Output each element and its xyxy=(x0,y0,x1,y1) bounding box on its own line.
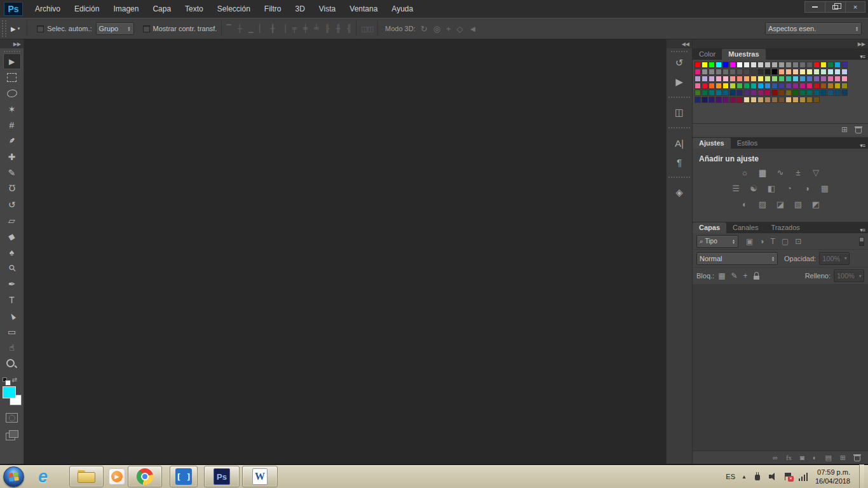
tab-trazados[interactable]: Trazados xyxy=(764,222,806,233)
3d-rotate-icon[interactable]: ↻ xyxy=(421,24,428,34)
swatch[interactable] xyxy=(715,69,722,75)
swatch[interactable] xyxy=(764,97,771,103)
swatch[interactable] xyxy=(695,90,701,96)
black-white-icon[interactable]: ◧ xyxy=(764,183,778,194)
swatch[interactable] xyxy=(750,83,757,89)
swatch[interactable] xyxy=(750,69,757,75)
swatch[interactable] xyxy=(757,97,764,103)
selective-color-icon[interactable]: ◩ xyxy=(809,199,823,210)
swatch[interactable] xyxy=(709,90,715,96)
swatch[interactable] xyxy=(799,83,806,89)
swatch[interactable] xyxy=(750,97,757,103)
3d-camera-icon[interactable]: ◄ xyxy=(469,24,477,34)
menu-item[interactable]: 3D xyxy=(288,4,311,13)
exposure-icon[interactable]: ± xyxy=(791,167,805,178)
color-balance-icon[interactable]: ☯ xyxy=(747,183,761,194)
align-top-edges-icon[interactable]: ▔ xyxy=(226,24,231,33)
tab-color[interactable]: Color xyxy=(693,49,722,60)
swatch[interactable] xyxy=(764,69,771,75)
swatch[interactable] xyxy=(799,62,806,68)
show-transform-checkbox[interactable] xyxy=(143,25,150,32)
swatch[interactable] xyxy=(827,76,834,82)
swatch[interactable] xyxy=(813,97,820,103)
pen-tool[interactable]: ✒ xyxy=(3,276,21,292)
swatch[interactable] xyxy=(778,83,785,89)
swatch[interactable] xyxy=(792,83,799,89)
swatch[interactable] xyxy=(729,97,736,103)
link-layers-icon[interactable]: ∞ xyxy=(773,454,778,461)
tab-muestras[interactable]: Muestras xyxy=(722,49,765,60)
hand-tool[interactable]: ☝ xyxy=(3,339,21,355)
lock-transparency-icon[interactable]: ▦ xyxy=(718,271,725,280)
restore-button[interactable] xyxy=(825,1,845,13)
rectangle-tool[interactable]: ▭ xyxy=(3,323,21,339)
swatch[interactable] xyxy=(722,76,729,82)
swatch[interactable] xyxy=(757,76,764,82)
auto-select-target-dropdown[interactable]: Grupo xyxy=(96,22,134,35)
swatch[interactable] xyxy=(834,76,841,82)
swatch[interactable] xyxy=(806,62,813,68)
layers-list-empty[interactable] xyxy=(693,285,868,451)
swatch[interactable] xyxy=(715,62,722,68)
distribute-vertical-centers-icon[interactable]: ╪ xyxy=(303,24,308,33)
swatch[interactable] xyxy=(764,62,771,68)
delete-swatch-icon[interactable] xyxy=(855,126,862,133)
swatch[interactable] xyxy=(778,90,785,96)
distribute-horizontal-centers-icon[interactable]: ╫ xyxy=(336,24,341,33)
swatch[interactable] xyxy=(695,76,701,82)
swatch[interactable] xyxy=(729,69,736,75)
new-group-icon[interactable]: ▤ xyxy=(825,454,831,462)
distribute-right-edges-icon[interactable]: ╢ xyxy=(347,24,351,33)
align-horizontal-centers-icon[interactable]: ╂ xyxy=(270,24,275,33)
swatch[interactable] xyxy=(736,62,743,68)
taskbar-item-brackets[interactable]: [ ] xyxy=(170,466,198,487)
menu-item[interactable]: Selección xyxy=(210,4,257,13)
swatch[interactable] xyxy=(841,69,848,75)
swatch[interactable] xyxy=(743,97,750,103)
swatch[interactable] xyxy=(792,62,799,68)
network-icon[interactable] xyxy=(799,473,809,481)
align-right-edges-icon[interactable]: ▕ xyxy=(281,24,286,33)
minimize-button[interactable] xyxy=(804,1,825,13)
swatch[interactable] xyxy=(736,97,743,103)
strip-grip[interactable] xyxy=(671,51,688,52)
taskbar-item-explorer[interactable] xyxy=(69,466,104,487)
swatch[interactable] xyxy=(820,90,827,96)
swatch[interactable] xyxy=(778,76,785,82)
channel-mixer-icon[interactable]: ◑ xyxy=(800,183,814,194)
dock-header[interactable]: ▶▶ xyxy=(693,39,868,48)
swatch[interactable] xyxy=(841,62,848,68)
auto-align-layers-icon[interactable]: ◫◫ xyxy=(361,25,373,33)
gradient-map-icon[interactable]: ▧ xyxy=(791,199,805,210)
swatch[interactable] xyxy=(702,62,708,68)
swatch[interactable] xyxy=(743,90,750,96)
tools-panel-grip[interactable] xyxy=(4,51,20,52)
swatch[interactable] xyxy=(709,69,715,75)
new-adjustment-layer-icon[interactable]: ◐ xyxy=(813,454,817,461)
taskbar-item-word[interactable]: W xyxy=(242,466,278,487)
swatch[interactable] xyxy=(764,90,771,96)
swatch[interactable] xyxy=(702,83,708,89)
swatch[interactable] xyxy=(792,90,799,96)
move-tool[interactable]: ▶ xyxy=(3,53,21,69)
new-layer-icon[interactable]: ⊞ xyxy=(840,454,846,462)
invert-icon[interactable]: ◐ xyxy=(738,199,752,210)
swatch[interactable] xyxy=(695,83,701,89)
swatch[interactable] xyxy=(813,83,820,89)
threshold-icon[interactable]: ◪ xyxy=(773,199,787,210)
3d-drag-icon[interactable]: + xyxy=(446,24,451,34)
filter-smart-objects-icon[interactable]: ⊡ xyxy=(795,237,801,246)
swatch[interactable] xyxy=(743,76,750,82)
spot-healing-brush-tool[interactable]: ✚ xyxy=(3,149,21,165)
photo-filter-icon[interactable]: ◔ xyxy=(782,183,796,194)
swatch[interactable] xyxy=(757,90,764,96)
swatch[interactable] xyxy=(715,76,722,82)
swatch[interactable] xyxy=(736,83,743,89)
swatch[interactable] xyxy=(813,62,820,68)
swatch[interactable] xyxy=(764,76,771,82)
swatch[interactable] xyxy=(841,76,848,82)
tab-capas[interactable]: Capas xyxy=(693,222,726,233)
filter-pixel-layers-icon[interactable]: ▣ xyxy=(746,237,753,246)
swatch[interactable] xyxy=(722,90,729,96)
swatch[interactable] xyxy=(771,90,778,96)
